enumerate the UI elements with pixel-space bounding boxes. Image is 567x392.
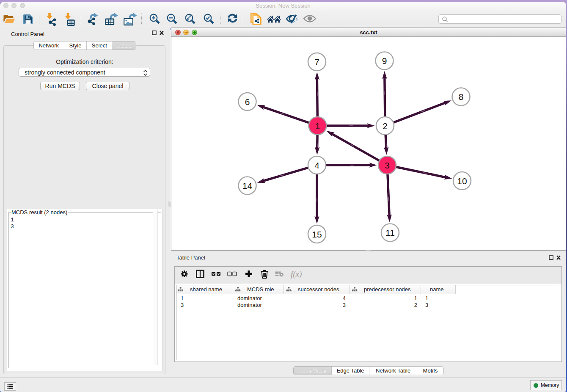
svg-text:11: 11 — [385, 228, 395, 237]
svg-text:1: 1 — [315, 121, 320, 131]
svg-text:6: 6 — [245, 97, 250, 107]
svg-text:15: 15 — [312, 229, 322, 239]
svg-text:14: 14 — [242, 181, 253, 190]
svg-text:4: 4 — [314, 160, 319, 170]
svg-text:2: 2 — [383, 121, 388, 131]
svg-text:7: 7 — [314, 57, 319, 67]
svg-text:8: 8 — [459, 92, 464, 102]
svg-text:f(x): f(x) — [291, 270, 302, 279]
svg-text:3: 3 — [385, 160, 390, 170]
svg-text:10: 10 — [457, 176, 467, 186]
svg-text:9: 9 — [382, 56, 387, 66]
